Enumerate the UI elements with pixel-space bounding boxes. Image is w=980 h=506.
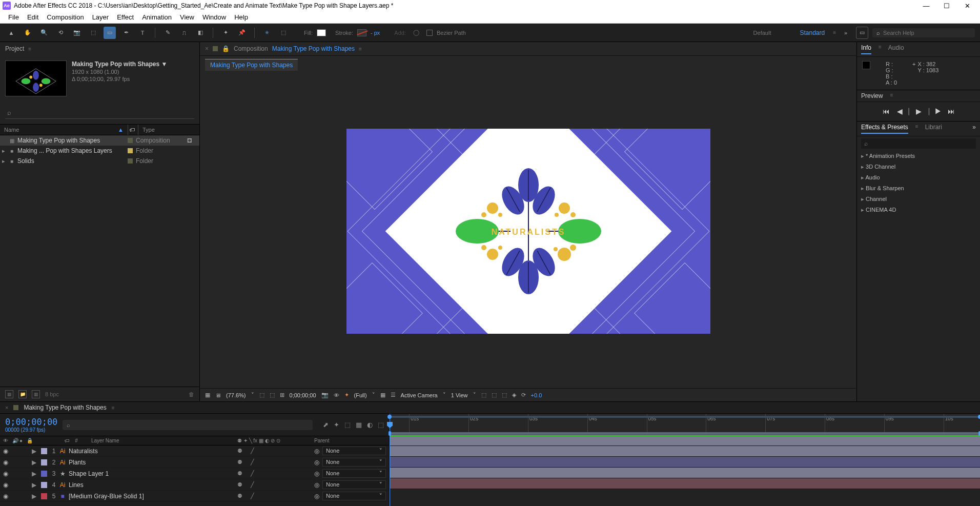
label-swatch[interactable] (41, 459, 47, 465)
prev-frame-icon[interactable]: ◀⎹ (897, 107, 909, 116)
magnification[interactable]: (77.6%) (226, 392, 246, 398)
panel-menu-icon[interactable]: ≡ (879, 44, 881, 54)
label-swatch[interactable] (128, 158, 133, 164)
timeline-search[interactable]: ⌕ (63, 420, 313, 430)
stroke-swatch[interactable] (357, 29, 366, 36)
layer-bar[interactable] (390, 457, 980, 468)
view-icon-1[interactable]: ⬚ (481, 392, 486, 398)
grid-icon[interactable]: ⊞ (280, 392, 284, 398)
expand-icon[interactable]: ▶ (32, 459, 39, 466)
folder-icon[interactable]: 📁 (18, 390, 27, 398)
comp-new-icon[interactable]: ▦ (32, 390, 40, 398)
show-snapshot-icon[interactable]: 👁 (334, 392, 339, 398)
effect-category[interactable]: Audio (857, 172, 980, 183)
label-swatch[interactable] (41, 482, 47, 488)
fast-preview-icon[interactable]: ▦ (380, 392, 385, 398)
lock-icon[interactable]: 🔒 (222, 45, 230, 52)
label-col-icon[interactable]: 🏷 (128, 125, 138, 135)
panel-menu-icon[interactable]: ≡ (112, 405, 114, 411)
parent-col[interactable]: Parent (314, 438, 386, 443)
panel-toggle-icon[interactable]: ▭ (856, 27, 868, 39)
tab-effects[interactable]: Effects & Presets (861, 124, 908, 134)
menu-view[interactable]: View (176, 13, 198, 21)
menu-composition[interactable]: Composition (43, 13, 88, 21)
layer-bar[interactable] (390, 435, 980, 446)
next-frame-icon[interactable]: ⎸▶ (929, 107, 941, 116)
trash-icon[interactable]: 🗑 (189, 391, 194, 397)
add-button-icon[interactable]: ◯ (410, 27, 422, 39)
close-tab-icon[interactable]: × (205, 45, 209, 52)
tab-libraries[interactable]: Librari (925, 124, 942, 134)
pickwhip-icon[interactable]: ◎ (314, 448, 319, 455)
audio-col-icon[interactable]: 🔊 (12, 438, 19, 443)
col-name-header[interactable]: Name▲ (0, 125, 128, 135)
expand-icon[interactable]: ▶ (32, 493, 39, 500)
maximize-button[interactable]: ☐ (936, 0, 957, 11)
effect-category[interactable]: Channel (857, 194, 980, 205)
exposure-value[interactable]: +0.0 (531, 392, 542, 398)
play-icon[interactable]: ▶ (916, 107, 922, 116)
pixel-aspect-icon[interactable]: ◈ (512, 392, 516, 398)
menu-edit[interactable]: Edit (23, 13, 43, 21)
menu-window[interactable]: Window (198, 13, 230, 21)
menu-effect[interactable]: Effect (113, 13, 138, 21)
comp-flow-icon[interactable]: ⬈ (323, 421, 329, 429)
pickwhip-icon[interactable]: ◎ (314, 481, 319, 489)
effect-category[interactable]: Blur & Sharpen (857, 183, 980, 194)
dropdown-icon[interactable]: ˅ (443, 392, 446, 398)
effect-category[interactable]: 3D Channel (857, 161, 980, 172)
pickwhip-icon[interactable]: ◎ (314, 459, 319, 466)
workspace-menu-icon[interactable]: ≡ (833, 30, 835, 35)
dropdown-icon[interactable]: ˅ (473, 392, 476, 398)
channel-icon[interactable]: ✦ (344, 392, 349, 398)
expand-icon[interactable]: ▶ (32, 448, 39, 455)
resolution-icon[interactable]: ⬚ (259, 392, 264, 398)
panel-menu-icon[interactable]: ≡ (28, 46, 31, 52)
project-item[interactable]: ▸ ■ Making ... Pop with Shapes Layers Fo… (0, 146, 199, 156)
layer-switches[interactable]: ⚉╱ (237, 448, 314, 454)
layer-bar[interactable] (390, 478, 980, 489)
comp-tab-name[interactable]: Making Type Pop with Shapes (272, 45, 355, 52)
views-count[interactable]: 1 View (451, 392, 468, 398)
resolution-select[interactable]: (Full) (354, 392, 367, 398)
eraser-tool-icon[interactable]: ◧ (194, 27, 207, 39)
rotate-tool-icon[interactable]: ⟲ (54, 27, 67, 39)
visibility-icon[interactable]: ◉ (3, 448, 10, 455)
breadcrumb[interactable]: Making Type Pop with Shapes (205, 59, 298, 71)
menu-help[interactable]: Help (230, 13, 252, 21)
expand-icon[interactable]: ▶ (32, 470, 39, 477)
layer-row[interactable]: ◉ ▶ 4 Ai Lines ⚉╱ ◎None˅ (0, 479, 389, 491)
layer-row[interactable]: ◉ ▶ 5 ■ [Medium Gray-Blue Solid 1] ⚉╱ ◎N… (0, 491, 389, 502)
pickwhip-icon[interactable]: ◎ (314, 493, 319, 500)
transparency-icon[interactable]: 🖥 (215, 392, 221, 398)
expand-icon[interactable]: ▸ (2, 158, 8, 165)
layer-switches[interactable]: ⚉╱ (237, 481, 314, 488)
roi-icon[interactable]: ⬚ (270, 392, 275, 398)
workspace-standard[interactable]: Standard (795, 29, 829, 36)
view-icon-2[interactable]: ⬚ (492, 392, 497, 398)
refresh-icon[interactable]: ⟳ (521, 392, 526, 398)
frame-blend-icon[interactable]: ▦ (356, 421, 362, 429)
label-swatch[interactable] (128, 138, 133, 143)
parent-selector[interactable]: ◎None˅ (314, 469, 386, 478)
snap-icon[interactable]: ⬚ (277, 27, 290, 39)
dropdown-icon[interactable]: ˅ (251, 392, 254, 398)
interpret-icon[interactable]: ▦ (5, 390, 13, 398)
camera-tool-icon[interactable]: 📷 (71, 27, 83, 39)
project-search[interactable]: ⌕ (5, 107, 194, 119)
motion-blur-icon[interactable]: ◐ (367, 421, 373, 429)
panel-menu-icon[interactable]: ≡ (890, 92, 893, 99)
tab-info[interactable]: Info (861, 44, 871, 54)
view-select[interactable]: Active Camera (401, 392, 438, 398)
label-swatch[interactable] (41, 448, 47, 454)
close-tab-icon[interactable]: × (5, 404, 8, 411)
more-icon[interactable]: » (972, 124, 976, 134)
panel-menu-icon[interactable]: ≡ (915, 124, 918, 134)
time-ruler[interactable]: 01s 02s 03s 04s 05s 06s 07s 08s 09s 10s (390, 414, 980, 435)
visibility-icon[interactable]: ◉ (3, 481, 10, 489)
menu-layer[interactable]: Layer (88, 13, 113, 21)
layer-switches[interactable]: ⚉╱ (237, 470, 314, 477)
stroke-width[interactable]: - px (371, 30, 380, 36)
close-button[interactable]: ✕ (957, 0, 977, 11)
effect-category[interactable]: * Animation Presets (857, 151, 980, 161)
